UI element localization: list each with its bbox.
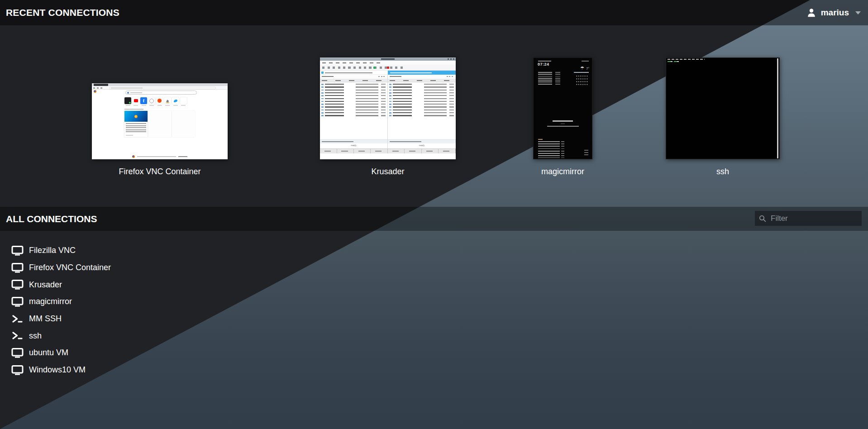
guacamole-home-screen: RECENT CONNECTIONS marius f bbox=[0, 0, 868, 429]
pocket-card bbox=[148, 111, 172, 137]
compliment-text bbox=[534, 120, 592, 127]
monitor-icon bbox=[11, 297, 24, 307]
monitor-icon bbox=[11, 263, 24, 273]
page-footer bbox=[92, 154, 228, 159]
search-bar bbox=[125, 91, 197, 95]
filter-box bbox=[755, 211, 862, 226]
chevron-down-icon bbox=[855, 11, 861, 14]
connection-label: Firefox VNC Container bbox=[92, 167, 228, 176]
right-path-bar-active bbox=[388, 71, 456, 75]
shortcut-tiles: f a bbox=[124, 97, 187, 106]
clock-text: 07:24 bbox=[538, 62, 549, 67]
window-title-bar bbox=[320, 57, 456, 61]
connection-thumbnail-ssh bbox=[666, 57, 780, 159]
pocket-section-label bbox=[124, 109, 143, 110]
monitor-icon bbox=[11, 348, 24, 358]
amazon-tile: a bbox=[164, 97, 171, 104]
search-icon bbox=[759, 215, 766, 222]
list-item-magicmirror[interactable]: magicmirror bbox=[0, 293, 111, 310]
calendar-events bbox=[538, 72, 552, 86]
left-file-pane: ready bbox=[320, 75, 388, 148]
connection-thumbnail-krusader: ready ready bbox=[320, 57, 456, 159]
firefox-logo-icon bbox=[94, 90, 96, 93]
list-item-ssh[interactable]: ssh bbox=[0, 327, 111, 344]
terminal-tile bbox=[124, 97, 131, 104]
user-menu[interactable]: marius bbox=[806, 0, 861, 25]
terminal-text-line bbox=[668, 59, 705, 60]
pocket-card bbox=[172, 111, 195, 137]
section-title: ALL CONNECTIONS bbox=[6, 207, 97, 231]
recent-connection-firefox-vnc-container[interactable]: f a Firefox VNC Container bbox=[92, 57, 228, 159]
monitor-icon bbox=[11, 365, 24, 375]
pocket-card bbox=[124, 111, 148, 137]
news-feed bbox=[538, 141, 560, 158]
terminal-icon bbox=[11, 314, 24, 324]
connection-label: ssh bbox=[666, 167, 780, 176]
list-item-krusader[interactable]: Krusader bbox=[0, 276, 111, 293]
monitor-icon bbox=[11, 246, 24, 256]
connection-list: Filezilla VNC Firefox VNC Container Krus… bbox=[0, 242, 111, 379]
right-file-pane: ready bbox=[388, 75, 456, 148]
connection-label: magicmirror bbox=[533, 167, 592, 176]
monitor-icon bbox=[11, 280, 24, 290]
wikipedia-tile bbox=[148, 97, 155, 104]
recent-connection-ssh[interactable]: ssh bbox=[666, 57, 780, 159]
weather-forecast-grid bbox=[576, 75, 588, 86]
filter-input[interactable] bbox=[770, 214, 858, 224]
terminal-prompt-line bbox=[668, 61, 680, 62]
recent-connection-krusader[interactable]: ready ready Krusader bbox=[320, 57, 456, 159]
connection-thumbnail-magicmirror: 07:24 ☂ 7° bbox=[533, 57, 592, 159]
umbrella-icon: ☂ bbox=[580, 66, 584, 71]
user-icon bbox=[806, 8, 816, 18]
status-text: ready bbox=[388, 144, 456, 147]
list-item-windows10-vm[interactable]: Windows10 VM bbox=[0, 362, 111, 379]
terminal-icon bbox=[11, 331, 24, 341]
left-path-bar bbox=[320, 71, 388, 75]
list-item-mm-ssh[interactable]: MM SSH bbox=[0, 310, 111, 328]
all-connections-bar: ALL CONNECTIONS bbox=[0, 207, 868, 231]
recent-connection-magicmirror[interactable]: 07:24 ☂ 7° magicmirror bbox=[533, 57, 592, 159]
twitter-tile bbox=[172, 97, 179, 104]
list-item-firefox-vnc-container[interactable]: Firefox VNC Container bbox=[0, 259, 111, 276]
url-bar bbox=[109, 87, 216, 89]
scrollbar bbox=[777, 58, 778, 158]
connection-thumbnail-firefox: f a bbox=[92, 83, 228, 159]
list-item-ubuntu-vm[interactable]: ubuntu VM bbox=[0, 344, 111, 362]
status-text: ready bbox=[320, 144, 387, 147]
temperature-text: 7° bbox=[586, 67, 589, 70]
facebook-tile: f bbox=[140, 97, 147, 104]
page-title: RECENT CONNECTIONS bbox=[6, 0, 119, 25]
top-bar: RECENT CONNECTIONS marius bbox=[0, 0, 868, 25]
list-item-filezilla-vnc[interactable]: Filezilla VNC bbox=[0, 242, 111, 259]
connection-label: Krusader bbox=[320, 167, 456, 176]
reddit-tile bbox=[156, 97, 163, 104]
browser-toolbar bbox=[92, 86, 228, 90]
user-name: marius bbox=[821, 8, 849, 18]
menu-bar bbox=[320, 61, 456, 65]
youtube-tile bbox=[133, 97, 139, 104]
function-key-buttons bbox=[320, 148, 456, 153]
empty-tile bbox=[180, 97, 187, 104]
toolbar bbox=[320, 65, 456, 71]
